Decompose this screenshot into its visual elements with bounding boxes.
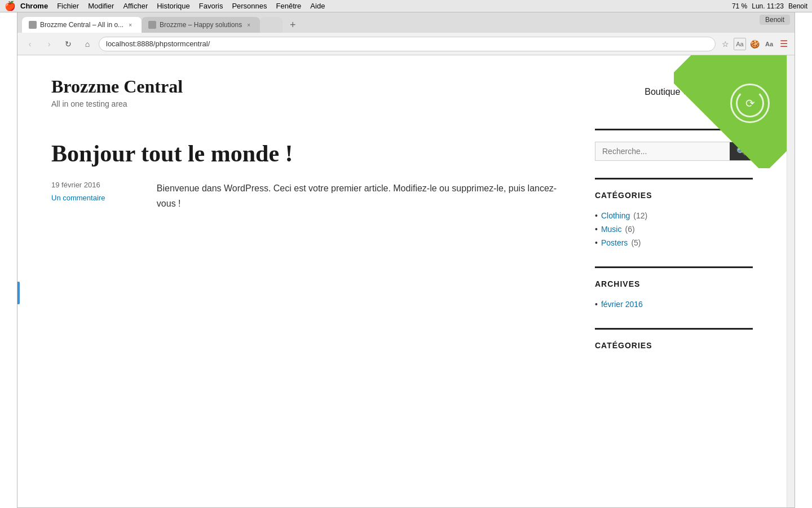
list-item: février 2016 (595, 297, 753, 311)
post-title: Bonjour tout le monde ! (51, 140, 572, 167)
main-area: Bonjour tout le monde ! 19 février 2016 … (17, 129, 787, 508)
modifier-menu-item[interactable]: Modifier (88, 2, 114, 10)
tab-favicon-1 (29, 21, 37, 29)
tab-label-2: Brozzme – Happy solutions (160, 21, 242, 29)
chrome-window: Brozzme Central – All in o... × Brozzme … (17, 12, 795, 508)
tab-close-2[interactable]: × (244, 20, 253, 29)
sidebar-divider-categories2 (595, 328, 753, 330)
nav-boutique[interactable]: Boutique ∨ (645, 87, 687, 97)
categories-title: CATÉGORIES (595, 191, 753, 200)
sidebar-categories2-section: CATÉGORIES (595, 328, 753, 350)
category-clothing-link[interactable]: Clothing (601, 211, 630, 220)
post-content-wrapper: 19 février 2016 Un commentaire Bienvenue… (51, 181, 572, 211)
left-edge-indicator (17, 282, 20, 304)
tab-brozzme-happy[interactable]: Brozzme – Happy solutions × (142, 17, 260, 33)
aide-menu-item[interactable]: Aide (310, 2, 325, 10)
archives-list: février 2016 (595, 297, 753, 311)
primary-content: Bonjour tout le monde ! 19 février 2016 … (51, 129, 572, 508)
menu-bar: 🍎 Chrome Fichier Modifier Afficher Histo… (0, 0, 812, 12)
sidebar-archives-section: ARCHIVES février 2016 (595, 266, 753, 311)
sidebar-search-section: 🔍 (595, 129, 753, 161)
historique-menu-item[interactable]: Historique (157, 2, 190, 10)
sidebar: 🔍 CATÉGORIES Clothing (12) (595, 129, 753, 508)
search-input[interactable] (595, 142, 730, 160)
sidebar-divider-search (595, 129, 753, 130)
list-item: Music (6) (595, 222, 753, 236)
site-header: Brozzme Central All in one testing area … (17, 55, 787, 129)
categories2-title: CATÉGORIES (595, 341, 753, 350)
clock: Lun. 11:23 (752, 2, 784, 10)
nav-mon-compte[interactable]: Mon Compte (701, 87, 753, 97)
boutique-chevron-icon: ∨ (682, 88, 687, 96)
archive-feb-2016-link[interactable]: février 2016 (601, 300, 643, 309)
site-nav: Boutique ∨ Mon Compte (645, 87, 753, 97)
site-tagline: All in one testing area (51, 99, 183, 108)
home-button[interactable]: ⌂ (80, 36, 95, 52)
post-body: Bienvenue dans WordPress. Ceci est votre… (157, 181, 572, 211)
menu-icon[interactable]: ☰ (778, 38, 790, 50)
tab-bar: Brozzme Central – All in o... × Brozzme … (17, 12, 795, 33)
search-button[interactable]: 🔍 (730, 142, 752, 160)
category-posters-count: (5) (631, 238, 641, 247)
fenetre-menu-item[interactable]: Fenêtre (276, 2, 302, 10)
personnes-menu-item[interactable]: Personnes (232, 2, 267, 10)
categories-list: Clothing (12) Music (6) Posters (5) (595, 209, 753, 249)
tab-close-1[interactable]: × (126, 20, 135, 29)
fichier-menu-item[interactable]: Fichier (57, 2, 79, 10)
apple-menu[interactable]: 🍎 (5, 1, 16, 11)
site-title: Brozzme Central (51, 76, 183, 97)
tab-brozzme-central[interactable]: Brozzme Central – All in o... × (22, 17, 142, 33)
sidebar-divider-archives (595, 266, 753, 268)
chrome-menu-item[interactable]: Chrome (20, 2, 48, 10)
tab-favicon-2 (148, 21, 156, 29)
new-tab-button[interactable]: + (285, 17, 301, 33)
user-badge[interactable]: Benoit (760, 15, 790, 25)
address-input[interactable] (99, 37, 716, 51)
site-brand: Brozzme Central All in one testing area (51, 76, 183, 108)
user-menu[interactable]: Benoit (788, 2, 807, 10)
scrollbar[interactable] (787, 55, 795, 508)
category-music-link[interactable]: Music (601, 225, 622, 234)
site-wrapper: ⟳ Brozzme Central All in one testing are… (17, 55, 795, 508)
extension-icon-1[interactable]: Aa (734, 38, 746, 50)
archives-title: ARCHIVES (595, 279, 753, 288)
category-posters-link[interactable]: Posters (601, 238, 628, 247)
back-button[interactable]: ‹ (22, 36, 38, 52)
post-date: 19 février 2016 (51, 181, 140, 189)
list-item: Posters (5) (595, 236, 753, 249)
bookmark-star-icon[interactable]: ☆ (719, 38, 731, 50)
reload-button[interactable]: ↻ (60, 36, 76, 52)
battery-indicator: 71 % (732, 2, 747, 10)
list-item: Clothing (12) (595, 209, 753, 222)
favoris-menu-item[interactable]: Favoris (199, 2, 223, 10)
tab-empty[interactable] (260, 17, 283, 33)
sidebar-categories-section: CATÉGORIES Clothing (12) Music (6) (595, 178, 753, 249)
category-clothing-count: (12) (633, 211, 647, 220)
category-music-count: (6) (625, 225, 634, 234)
address-bar: ‹ › ↻ ⌂ ☆ Aa 🍪 Aa ☰ (17, 33, 795, 55)
font-icon[interactable]: Aa (763, 38, 775, 50)
sidebar-divider-categories (595, 178, 753, 179)
site-content: ⟳ Brozzme Central All in one testing are… (17, 55, 787, 508)
afficher-menu-item[interactable]: Afficher (123, 2, 148, 10)
search-box[interactable]: 🔍 (595, 142, 753, 161)
forward-button[interactable]: › (41, 36, 57, 52)
tab-label-1: Brozzme Central – All in o... (40, 21, 123, 29)
cookie-icon[interactable]: 🍪 (748, 38, 761, 50)
post-comments-link[interactable]: Un commentaire (51, 194, 140, 202)
post-meta: 19 février 2016 Un commentaire (51, 181, 140, 211)
